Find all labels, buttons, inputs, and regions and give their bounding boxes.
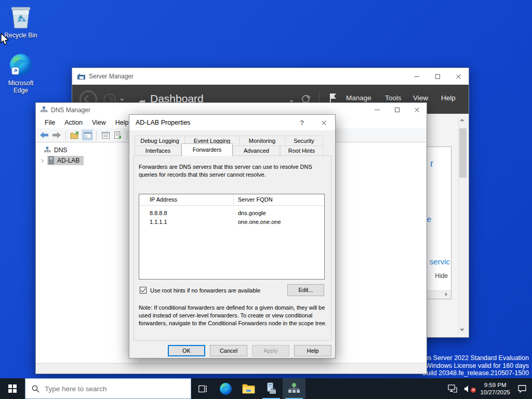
- close-icon: [321, 120, 327, 126]
- menu-action[interactable]: Action: [60, 119, 87, 126]
- close-icon: [414, 107, 420, 113]
- root-hints-checkbox-row[interactable]: Use root hints if no forwarders are avai…: [140, 287, 260, 294]
- column-divider[interactable]: [233, 194, 234, 206]
- tree-root-label[interactable]: DNS: [54, 147, 67, 154]
- help-button[interactable]: Help: [294, 345, 331, 356]
- close-button[interactable]: [407, 103, 427, 117]
- taskbar-dns-manager-button[interactable]: [283, 378, 305, 399]
- scroll-down-icon[interactable]: [460, 327, 464, 331]
- refresh-icon[interactable]: [302, 95, 310, 103]
- nav-dropdown-icon[interactable]: [120, 99, 124, 101]
- row-fqdn[interactable]: one.one.one.one: [238, 219, 281, 225]
- menu-view[interactable]: View: [413, 94, 428, 102]
- tab-root-hints[interactable]: Root Hints: [280, 145, 323, 156]
- apply-button[interactable]: Apply: [252, 345, 289, 356]
- list-view-icon[interactable]: [100, 130, 111, 140]
- help-glyph: ?: [300, 119, 303, 127]
- open-folder-icon[interactable]: [70, 130, 80, 140]
- panel-link-fragment-2[interactable]: e: [427, 215, 431, 223]
- column-header-ip[interactable]: IP Address: [150, 196, 177, 203]
- row-ip[interactable]: 1.1.1.1: [150, 219, 167, 225]
- file-explorer-icon: [242, 383, 255, 394]
- selected-tree-node[interactable]: AD-LAB: [47, 156, 84, 165]
- search-input[interactable]: [44, 384, 168, 393]
- action-center-icon[interactable]: [515, 384, 529, 393]
- cancel-button[interactable]: Cancel: [210, 345, 247, 356]
- server-manager-title: Server Manager: [89, 73, 134, 80]
- tab-monitoring[interactable]: Monitoring: [239, 136, 285, 146]
- dialog-close-button[interactable]: [312, 115, 335, 130]
- row-ip[interactable]: 8.8.8.8: [150, 210, 167, 216]
- clock-date: 10/27/2025: [480, 389, 510, 396]
- minimize-icon: [414, 76, 419, 77]
- edge-icon: [9, 53, 33, 77]
- network-icon[interactable]: [446, 384, 459, 393]
- edit-button[interactable]: Edit...: [287, 284, 324, 296]
- minimize-button[interactable]: [406, 68, 427, 85]
- mute-badge: ✕: [471, 388, 476, 393]
- tab-interfaces[interactable]: Interfaces: [135, 145, 181, 156]
- server-manager-scrollbar[interactable]: [458, 117, 467, 334]
- dns-root-icon: [44, 147, 51, 154]
- task-view-button[interactable]: [191, 378, 214, 399]
- menu-file[interactable]: File: [40, 119, 60, 126]
- volume-muted-icon[interactable]: ✕: [461, 385, 475, 393]
- menu-view[interactable]: View: [87, 119, 111, 126]
- list-header: IP Address Server FQDN: [139, 194, 324, 206]
- scrollbar-thumb[interactable]: [459, 128, 467, 178]
- windows-logo-icon: [8, 384, 17, 393]
- menu-tools[interactable]: Tools: [385, 94, 402, 102]
- server-manager-titlebar[interactable]: Server Manager: [72, 68, 469, 85]
- tab-advanced[interactable]: Advanced: [233, 145, 280, 156]
- properties-view-icon[interactable]: [82, 130, 92, 140]
- dns-statusbar: [36, 363, 427, 374]
- taskbar-clock[interactable]: 9:59 PM 10/27/2025: [480, 381, 510, 396]
- server-icon: [48, 156, 54, 164]
- tree-server-label[interactable]: AD-LAB: [57, 157, 79, 164]
- column-header-fqdn[interactable]: Server FQDN: [238, 196, 273, 203]
- hide-link[interactable]: Hide: [435, 272, 448, 280]
- menu-manage[interactable]: Manage: [346, 94, 371, 102]
- minimize-button[interactable]: [367, 103, 387, 117]
- tab-forwarders[interactable]: Forwarders: [181, 143, 233, 156]
- checkbox-label: Use root hints if no forwarders are avai…: [150, 287, 260, 294]
- expander-icon[interactable]: [40, 158, 44, 162]
- mouse-cursor: [0, 33, 9, 46]
- clock-time: 9:59 PM: [480, 381, 510, 389]
- dialog-help-button[interactable]: ?: [291, 115, 312, 130]
- tree-item-ad-lab[interactable]: AD-LAB: [41, 156, 84, 165]
- start-button[interactable]: [0, 378, 25, 399]
- taskbar-file-explorer-button[interactable]: [237, 378, 260, 399]
- root-hints-checkbox[interactable]: [140, 287, 147, 294]
- back-arrow-icon[interactable]: [39, 130, 49, 140]
- export-list-icon[interactable]: [113, 130, 123, 140]
- taskbar-search[interactable]: [25, 378, 191, 399]
- conditional-forwarders-note: Note: If conditional forwarders are defi…: [139, 304, 327, 327]
- forwarders-description: Forwarders are DNS servers that this ser…: [139, 163, 324, 179]
- notifications-flag-icon[interactable]: [329, 93, 337, 102]
- tab-debug-logging[interactable]: Debug Logging: [135, 136, 185, 146]
- ok-button[interactable]: OK: [168, 345, 205, 356]
- panel-link-fragment-1[interactable]: r: [430, 158, 433, 169]
- forwarders-list[interactable]: IP Address Server FQDN 8.8.8.8 dns.googl…: [139, 194, 325, 280]
- tab-security[interactable]: Security: [285, 136, 323, 146]
- maximize-button[interactable]: [427, 68, 448, 85]
- server-manager-app-icon: [77, 73, 86, 81]
- close-button[interactable]: [448, 68, 469, 85]
- edge-taskbar-icon: [219, 382, 232, 395]
- maximize-icon: [395, 108, 400, 112]
- panel-link-fragment-3[interactable]: servic: [430, 257, 450, 266]
- menu-help[interactable]: Help: [441, 94, 456, 102]
- dialog-title: AD-LAB Properties: [136, 119, 191, 126]
- tree-item-dns-root[interactable]: DNS: [44, 147, 67, 154]
- scroll-right-icon[interactable]: [444, 292, 447, 296]
- maximize-button[interactable]: [387, 103, 407, 117]
- dialog-titlebar[interactable]: AD-LAB Properties ?: [129, 115, 335, 130]
- desktop-icon-edge[interactable]: Microsoft Edge: [1, 53, 41, 95]
- scroll-up-icon[interactable]: [460, 119, 464, 123]
- recycle-bin-icon: [9, 4, 32, 29]
- taskbar-edge-button[interactable]: [214, 378, 237, 399]
- forward-arrow-icon[interactable]: [51, 130, 62, 140]
- taskbar-server-manager-button[interactable]: [260, 378, 283, 399]
- row-fqdn[interactable]: dns.google: [238, 210, 266, 216]
